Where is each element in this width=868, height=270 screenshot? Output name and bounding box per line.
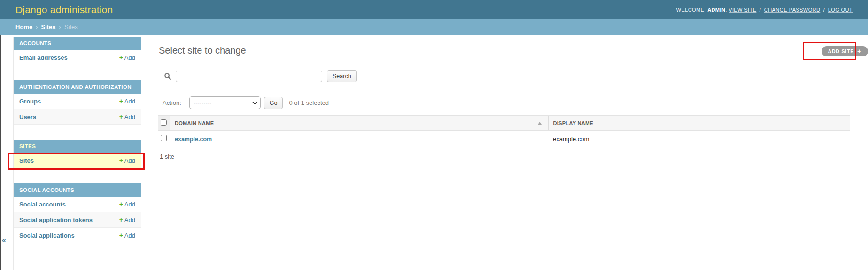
module-accounts-header: ACCOUNTS (14, 37, 141, 50)
page-body: « ACCOUNTS Email addresses +Add AUTHENTI… (0, 35, 868, 270)
table-header-row: DOMAIN NAME DISPLAY NAME (158, 116, 850, 131)
search-input[interactable] (176, 71, 322, 82)
users-add-link[interactable]: +Add (119, 113, 135, 120)
social-application-tokens-link[interactable]: Social application tokens (19, 216, 93, 223)
add-icon: + (119, 157, 123, 164)
social-application-tokens-add-link[interactable]: +Add (119, 216, 135, 223)
action-label: Action: (163, 99, 181, 106)
sidebar-item-groups[interactable]: Groups +Add (14, 94, 141, 109)
sidebar-item-social-applications[interactable]: Social applications +Add (14, 228, 141, 243)
module-sites: SITES Sites +Add (14, 140, 141, 168)
paginator-count: 1 site (160, 153, 174, 160)
add-site-button[interactable]: ADD SITE + (822, 46, 868, 56)
email-addresses-link[interactable]: Email addresses (19, 54, 68, 61)
go-button[interactable]: Go (264, 97, 283, 109)
user-tools: WELCOME, ADMIN. VIEW SITE / CHANGE PASSW… (676, 7, 852, 13)
sidebar-divider-line (0, 35, 1, 270)
selection-counter: 0 of 1 selected (289, 99, 329, 106)
search-form: Search (164, 70, 357, 82)
display-name-value: example.com (553, 135, 589, 143)
social-applications-link[interactable]: Social applications (19, 232, 75, 239)
users-link[interactable]: Users (19, 113, 36, 120)
module-social-accounts: SOCIAL ACCOUNTS Social accounts +Add Soc… (14, 183, 141, 243)
change-password-link[interactable]: CHANGE PASSWORD (764, 7, 820, 13)
module-auth: AUTHENTICATION AND AUTHORIZATION Groups … (14, 80, 141, 125)
search-icon (164, 73, 171, 80)
breadcrumb: Home › Sites › Sites (0, 19, 868, 35)
breadcrumb-current: Sites (64, 24, 78, 31)
app-header: Django administration WELCOME, ADMIN. VI… (0, 0, 868, 19)
main-content: Select site to change Search Action: ---… (158, 35, 850, 270)
sidebar-item-email-addresses[interactable]: Email addresses +Add (14, 50, 141, 65)
groups-link[interactable]: Groups (19, 98, 41, 105)
sidebar-item-users[interactable]: Users +Add (14, 109, 141, 125)
select-all-checkbox[interactable] (161, 119, 167, 126)
welcome-text: WELCOME, (676, 7, 706, 13)
sidebar-item-social-application-tokens[interactable]: Social application tokens +Add (14, 212, 141, 228)
view-site-link[interactable]: VIEW SITE (728, 7, 756, 13)
column-header-display-name[interactable]: DISPLAY NAME (548, 116, 850, 131)
sidebar-collapse-icon[interactable]: « (2, 237, 6, 244)
module-sites-header: SITES (14, 140, 141, 153)
column-header-domain-name[interactable]: DOMAIN NAME (170, 116, 548, 131)
module-accounts: ACCOUNTS Email addresses +Add (14, 37, 141, 65)
groups-add-link[interactable]: +Add (119, 97, 135, 105)
action-select[interactable]: --------- (189, 96, 261, 109)
social-applications-add-link[interactable]: +Add (119, 231, 135, 239)
result-list: DOMAIN NAME DISPLAY NAME example.com exa… (158, 115, 850, 147)
actions-bar: Action: --------- Go 0 of 1 selected (163, 96, 329, 109)
social-accounts-add-link[interactable]: +Add (119, 200, 135, 208)
page-title: Select site to change (159, 45, 246, 56)
plus-icon: + (857, 48, 861, 55)
table-row: example.com example.com (158, 131, 850, 147)
sites-link[interactable]: Sites (19, 157, 34, 164)
breadcrumb-home-link[interactable]: Home (16, 24, 32, 31)
add-icon: + (119, 54, 123, 61)
social-accounts-link[interactable]: Social accounts (19, 201, 66, 208)
add-icon: + (119, 97, 123, 105)
nav-sidebar: ACCOUNTS Email addresses +Add AUTHENTICA… (13, 37, 141, 258)
add-icon: + (119, 200, 123, 208)
add-icon: + (119, 216, 123, 223)
module-social-accounts-header: SOCIAL ACCOUNTS (14, 183, 141, 197)
log-out-link[interactable]: LOG OUT (828, 7, 852, 13)
sites-add-link[interactable]: +Add (119, 157, 135, 164)
breadcrumb-sites-app-link[interactable]: Sites (41, 24, 55, 31)
object-tools: ADD SITE + (822, 46, 868, 56)
username: ADMIN (707, 7, 725, 13)
add-icon: + (119, 113, 123, 120)
row-select-checkbox[interactable] (161, 135, 167, 141)
action-select-wrap: --------- (189, 96, 261, 109)
sort-ascending-icon[interactable] (538, 122, 542, 125)
search-divider (158, 87, 850, 87)
email-addresses-add-link[interactable]: +Add (119, 54, 135, 61)
domain-name-link[interactable]: example.com (175, 136, 212, 143)
site-brand-link[interactable]: Django administration (16, 4, 113, 16)
sidebar-item-sites[interactable]: Sites +Add (14, 153, 141, 168)
module-auth-header: AUTHENTICATION AND AUTHORIZATION (14, 80, 141, 94)
search-button[interactable]: Search (327, 70, 357, 82)
add-icon: + (119, 231, 123, 239)
sidebar-item-social-accounts[interactable]: Social accounts +Add (14, 197, 141, 212)
